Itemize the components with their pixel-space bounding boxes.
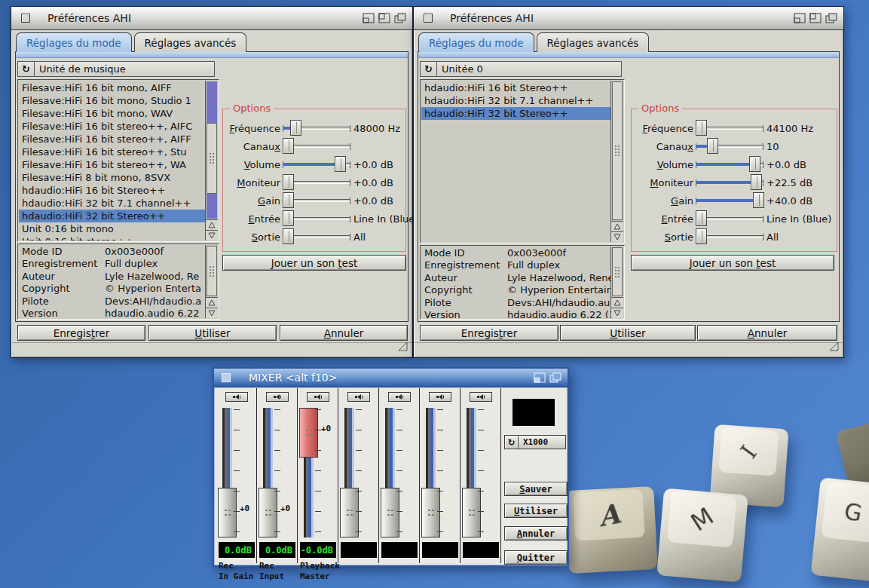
close-gadget-icon[interactable]: [222, 373, 231, 382]
fader-knob[interactable]: [421, 488, 440, 537]
gain-slider[interactable]: [283, 192, 350, 209]
scroll-up-button[interactable]: [611, 221, 623, 231]
monitor-slider[interactable]: [283, 174, 350, 191]
slider-thumb[interactable]: [696, 210, 707, 226]
scroll-down-button[interactable]: [611, 231, 623, 242]
fader-track[interactable]: [426, 408, 436, 537]
scroll-up-button[interactable]: [611, 297, 623, 308]
fader-track[interactable]: +0: [304, 408, 314, 537]
play-test-sound-button[interactable]: Jouer un son test: [222, 255, 406, 271]
mute-button[interactable]: [347, 392, 370, 402]
volume-slider[interactable]: [283, 156, 350, 173]
multiplier-cycle-gadget[interactable]: ↻ X1000: [504, 435, 566, 449]
list-item[interactable]: Filesave:HiFi 16 bit mono, Studio 1: [19, 94, 205, 107]
zoom-gadget-icon[interactable]: [378, 12, 391, 24]
close-gadget-icon[interactable]: [424, 14, 433, 23]
list-item[interactable]: Unit 0:16 bit stereo++: [19, 235, 205, 240]
scrollbar-thumb[interactable]: [612, 247, 623, 296]
tab-reglages-avances[interactable]: Réglages avancés: [134, 32, 247, 52]
unit-chooser[interactable]: ↻ Unitée 0: [420, 61, 622, 77]
slider-thumb[interactable]: [749, 156, 760, 172]
fader-knob[interactable]: [340, 488, 359, 537]
save-button[interactable]: Enregistrer: [420, 325, 558, 341]
input-slider[interactable]: [696, 210, 763, 227]
cancel-button[interactable]: Annuler: [697, 325, 837, 341]
channels-slider[interactable]: [696, 138, 763, 155]
slider-thumb[interactable]: [283, 138, 294, 154]
list-item[interactable]: hdaudio:HiFi 32 bit 7.1 channel++: [421, 94, 610, 107]
save-button[interactable]: Sauver: [504, 482, 568, 496]
slider-thumb[interactable]: [290, 120, 301, 136]
depth-gadget-icon[interactable]: [549, 372, 562, 384]
use-button[interactable]: Utiliser: [560, 325, 696, 341]
channels-slider[interactable]: [283, 138, 350, 155]
mode-list-scrollbar[interactable]: [610, 81, 623, 242]
scroll-down-button[interactable]: [206, 308, 218, 318]
slider-thumb[interactable]: [696, 228, 707, 244]
cancel-button[interactable]: Annuler: [280, 325, 408, 341]
mute-button[interactable]: [307, 392, 329, 402]
resize-gadget-icon[interactable]: [828, 341, 840, 355]
list-item-selected[interactable]: hdaudio:HiFi 32 bit Stereo++: [421, 107, 610, 120]
input-slider[interactable]: [283, 210, 350, 227]
list-item[interactable]: hdaudio:HiFi 32 bit 7.1 channel++: [19, 197, 205, 210]
fader-track[interactable]: [385, 408, 395, 537]
list-item[interactable]: Filesave:HiFi 16 bit stereo++, AIFC: [19, 120, 205, 133]
cycle-icon[interactable]: ↻: [505, 436, 519, 449]
frequency-slider[interactable]: [283, 120, 350, 136]
tab-reglages-avances[interactable]: Réglages avancés: [537, 32, 650, 52]
mute-button[interactable]: [429, 392, 451, 402]
titlebar[interactable]: Préférences AHI: [414, 7, 843, 30]
mute-button[interactable]: [266, 392, 289, 402]
list-item[interactable]: Filesave:HiFi 16 bit stereo++, Stu: [19, 145, 205, 158]
scrollbar-track[interactable]: [612, 247, 623, 296]
fader-track[interactable]: +0: [222, 408, 232, 537]
scroll-down-button[interactable]: [611, 308, 623, 318]
fader-knob[interactable]: [381, 488, 399, 537]
fader-knob[interactable]: +0: [299, 408, 318, 458]
use-button[interactable]: Utiliser: [148, 325, 277, 341]
mute-button[interactable]: [388, 392, 411, 402]
gain-slider[interactable]: [696, 192, 763, 209]
list-item[interactable]: Filesave:HiFi 16 bit mono, AIFF: [19, 81, 205, 94]
list-item[interactable]: hdaudio:HiFi 16 bit Stereo++: [421, 81, 610, 94]
close-gadget-icon[interactable]: [21, 14, 30, 23]
fader-knob[interactable]: +0: [259, 488, 277, 537]
zoom-gadget-icon[interactable]: [809, 12, 822, 24]
slider-thumb[interactable]: [283, 192, 294, 208]
slider-thumb[interactable]: [283, 174, 294, 190]
slider-thumb[interactable]: [707, 138, 718, 154]
output-slider[interactable]: [696, 228, 763, 245]
use-button[interactable]: Utiliser: [504, 504, 568, 518]
output-slider[interactable]: [283, 228, 350, 245]
slider-thumb[interactable]: [696, 120, 707, 136]
list-item[interactable]: Filesave:HiFi 16 bit stereo++, AIFF: [19, 133, 205, 145]
scroll-up-button[interactable]: [206, 297, 218, 308]
frequency-slider[interactable]: [696, 120, 763, 136]
tab-reglages-du-mode[interactable]: Réglages du mode: [16, 32, 132, 52]
cycle-icon[interactable]: ↻: [18, 62, 35, 76]
tab-reglages-du-mode[interactable]: Réglages du mode: [418, 32, 534, 52]
scrollbar-thumb[interactable]: [207, 123, 217, 194]
monitor-slider[interactable]: [696, 174, 763, 191]
list-item[interactable]: Filesave:HiFi 16 bit mono, WAV: [19, 107, 205, 120]
slider-thumb[interactable]: [753, 192, 764, 208]
list-item[interactable]: hdaudio:HiFi 16 bit Stereo++: [19, 184, 205, 197]
fader-track[interactable]: +0: [263, 408, 273, 537]
resize-gadget-icon[interactable]: [396, 341, 408, 355]
mute-button[interactable]: [470, 392, 492, 402]
volume-slider[interactable]: [696, 156, 763, 173]
slider-thumb[interactable]: [751, 174, 762, 190]
info-scrollbar[interactable]: [205, 245, 218, 318]
titlebar[interactable]: MIXER <alt f10>: [214, 369, 568, 387]
list-item[interactable]: Filesave:HiFi 16 bit stereo++, WA: [19, 158, 205, 171]
cancel-button[interactable]: Annuler: [504, 526, 568, 541]
fader-knob[interactable]: [462, 488, 481, 537]
scroll-down-button[interactable]: [206, 230, 218, 240]
iconify-gadget-icon[interactable]: [533, 372, 546, 384]
cycle-icon[interactable]: ↻: [421, 62, 437, 76]
quit-button[interactable]: Quitter: [504, 550, 568, 565]
fader-track[interactable]: [467, 408, 476, 537]
depth-gadget-icon[interactable]: [393, 12, 407, 24]
iconify-gadget-icon[interactable]: [362, 12, 375, 24]
